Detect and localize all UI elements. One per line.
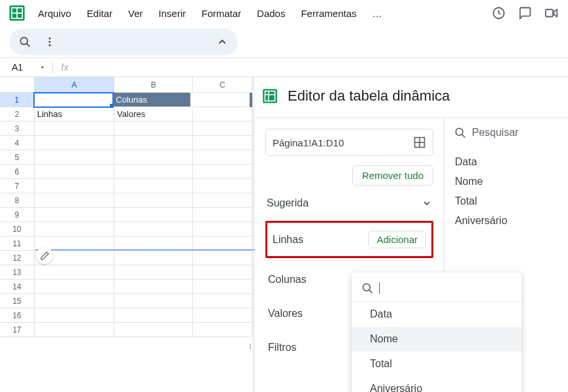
cell-c12[interactable] (193, 251, 252, 265)
cell-c14[interactable] (193, 280, 252, 294)
col-header-b[interactable]: B (114, 77, 193, 93)
row-header[interactable]: 5 (0, 150, 35, 165)
cell-a13[interactable] (35, 265, 114, 280)
cell-c17[interactable] (193, 323, 252, 337)
cell-a8[interactable] (35, 193, 114, 208)
row-header[interactable]: 6 (0, 165, 35, 179)
menus-pill[interactable] (9, 29, 238, 55)
select-all-corner[interactable] (0, 77, 35, 93)
cell-c13[interactable] (193, 265, 252, 280)
field-item[interactable]: Data (454, 152, 559, 172)
cell-b5[interactable] (114, 150, 193, 165)
cell-b10[interactable] (114, 222, 193, 237)
cell-a5[interactable] (35, 150, 114, 165)
menu-arquivo[interactable]: Arquivo (30, 4, 79, 23)
cell-c7[interactable] (193, 179, 252, 193)
cell-b8[interactable] (114, 193, 193, 208)
cell-a17[interactable] (35, 323, 114, 337)
cell-a4[interactable] (35, 136, 114, 150)
cell-b16[interactable] (114, 308, 193, 323)
row-header[interactable]: 10 (0, 222, 35, 237)
row-header[interactable]: 1 (0, 93, 34, 107)
cell-a9[interactable] (35, 208, 114, 222)
cell-c3[interactable] (193, 122, 252, 136)
field-item[interactable]: Aniversário (454, 211, 559, 231)
cell-b2[interactable]: Valores (114, 107, 193, 122)
cell-a16[interactable] (35, 308, 114, 323)
row-header[interactable]: 4 (0, 136, 35, 150)
menu-editar[interactable]: Editar (79, 4, 120, 23)
row-header[interactable]: 17 (0, 323, 35, 337)
select-range-icon[interactable] (413, 136, 426, 149)
fields-search[interactable]: Pesquisar (454, 126, 559, 139)
range-input[interactable]: Página1!A1:D10 (265, 129, 433, 156)
row-header[interactable]: 13 (0, 265, 35, 280)
row-header[interactable]: 16 (0, 308, 35, 323)
cell-a1[interactable] (34, 93, 113, 107)
popup-item[interactable]: Aniversário (352, 376, 522, 392)
more-icon[interactable] (43, 35, 56, 48)
cell-c4[interactable] (193, 136, 252, 150)
cell-a3[interactable] (35, 122, 114, 136)
name-box[interactable]: A1 (0, 58, 52, 76)
cell-c6[interactable] (193, 165, 252, 179)
menu-ferramentas[interactable]: Ferramentas (293, 4, 364, 23)
menu-formatar[interactable]: Formatar (193, 4, 249, 23)
row-header[interactable]: 3 (0, 122, 35, 136)
menu-…[interactable]: … (364, 4, 390, 23)
cell-b9[interactable] (114, 208, 193, 222)
chevron-down-icon[interactable] (39, 64, 46, 71)
cell-b14[interactable] (114, 280, 193, 294)
row-header[interactable]: 7 (0, 179, 35, 193)
sheets-logo-icon[interactable] (4, 4, 30, 22)
row-header[interactable]: 11 (0, 237, 35, 251)
cell-a15[interactable] (35, 294, 114, 308)
cell-b4[interactable] (114, 136, 193, 150)
row-header[interactable]: 9 (0, 208, 35, 222)
popup-search[interactable] (352, 278, 522, 302)
row-header[interactable]: 12 (0, 251, 35, 265)
cell-c8[interactable] (193, 193, 252, 208)
cell-a14[interactable] (35, 280, 114, 294)
cell-c2[interactable] (193, 107, 252, 122)
cell-c9[interactable] (193, 208, 252, 222)
cell-c11[interactable] (193, 237, 252, 251)
row-header[interactable]: 15 (0, 294, 35, 308)
popup-item[interactable]: Data (352, 302, 522, 327)
cell-a10[interactable] (35, 222, 114, 237)
add-linhas-button[interactable]: Adicionar (368, 231, 426, 248)
col-header-c[interactable]: C (193, 77, 252, 93)
menu-ver[interactable]: Ver (120, 4, 151, 23)
cell-c15[interactable] (193, 294, 252, 308)
comment-icon[interactable] (512, 0, 538, 26)
spreadsheet-grid[interactable]: A B C 1Colunas2LinhasValores345678910111… (0, 77, 255, 392)
field-item[interactable]: Nome (454, 172, 559, 191)
search-icon[interactable] (18, 35, 31, 48)
cell-b6[interactable] (114, 165, 193, 179)
cell-b11[interactable] (114, 237, 193, 251)
cell-b15[interactable] (114, 294, 193, 308)
menu-inserir[interactable]: Inserir (151, 4, 194, 23)
cell-b7[interactable] (114, 179, 193, 193)
cell-b17[interactable] (114, 323, 193, 337)
cell-c16[interactable] (193, 308, 252, 323)
drag-handle-icon[interactable] (247, 340, 254, 352)
cell-a7[interactable] (35, 179, 114, 193)
cell-a6[interactable] (35, 165, 114, 179)
field-item[interactable]: Total (454, 191, 559, 211)
cell-b1[interactable]: Colunas (113, 93, 191, 107)
cell-b12[interactable] (114, 251, 193, 265)
cell-b13[interactable] (114, 265, 193, 280)
cell-a2[interactable]: Linhas (35, 107, 114, 122)
row-header[interactable]: 2 (0, 107, 35, 122)
remove-all-button[interactable]: Remover tudo (352, 165, 433, 186)
history-icon[interactable] (486, 0, 512, 26)
cell-c5[interactable] (193, 150, 252, 165)
edit-icon[interactable] (36, 247, 53, 264)
col-header-a[interactable]: A (35, 77, 114, 93)
popup-item[interactable]: Nome (352, 327, 522, 351)
row-header[interactable]: 14 (0, 280, 35, 294)
chevron-up-icon[interactable] (216, 35, 229, 48)
row-header[interactable]: 8 (0, 193, 35, 208)
cell-c10[interactable] (193, 222, 252, 237)
